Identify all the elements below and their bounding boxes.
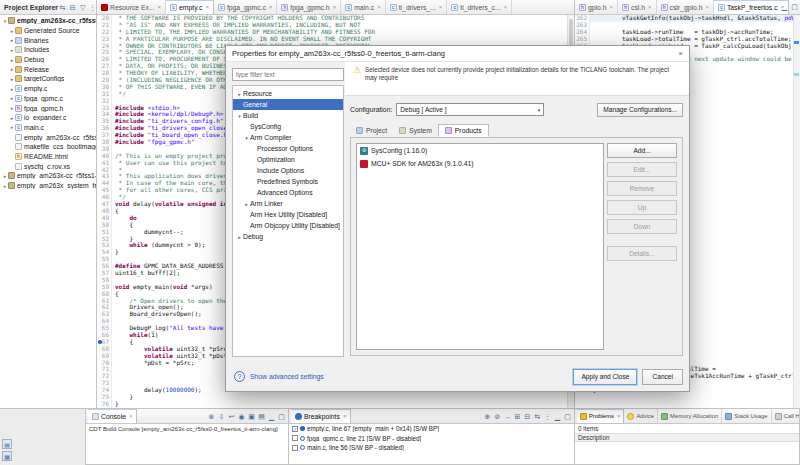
twisty-icon[interactable]: ▸ [236, 91, 243, 97]
tree-item-empty-am263x-system-freertos[interactable]: ▸empty_am263x_system_freertos [0, 181, 96, 191]
breakpoint-checkbox[interactable]: ✓ [292, 426, 298, 432]
close-tab-icon[interactable]: × [439, 4, 443, 10]
twisty-icon[interactable]: ▾ [243, 135, 250, 141]
tree-item-readme-html[interactable]: hREADME.html [0, 152, 96, 162]
filter-icon[interactable]: ▽ [78, 3, 87, 12]
link-with-debug-icon[interactable]: ⇆ [533, 412, 542, 421]
apply-and-close-button[interactable]: Apply and Close [573, 369, 637, 385]
settings-tree-item-sysconfig[interactable]: SysConfig [233, 121, 343, 132]
overview-annotation-mark[interactable] [794, 41, 799, 44]
scroll-lock-icon[interactable]: ⇩ [217, 412, 226, 421]
manage-configurations-button[interactable]: Manage Configurations... [597, 103, 683, 117]
tree-item-binaries[interactable]: ▸Binaries [0, 35, 96, 45]
tab-main-c[interactable]: cmain.c× [341, 0, 386, 14]
tab-csl-h[interactable]: hcsl.h× [618, 0, 657, 14]
close-tab-icon[interactable]: × [129, 413, 133, 419]
tab-fpga-gpmc-h[interactable]: hfpga_gpmc.h× [277, 0, 341, 14]
settings-tree-item-general[interactable]: General [233, 99, 343, 110]
product-row-mcu-sdk-for-am263x-9-1-0-41[interactable]: MCU+ SDK for AM263x (9.1.0.41) [357, 157, 603, 170]
maximize-panel-icon[interactable]: ▢ [563, 412, 572, 421]
tab-ti-drivers-c[interactable]: cti_drivers_c...× [447, 0, 512, 14]
dialog-tab-project[interactable]: Project [350, 124, 393, 137]
close-tab-icon[interactable]: × [205, 4, 209, 10]
tree-item-includes[interactable]: ▸Includes [0, 45, 96, 55]
settings-tree-item-resource[interactable]: ▸Resource [233, 88, 343, 99]
pin-console-icon[interactable]: ◉ [237, 412, 246, 421]
clear-console-icon[interactable]: ⊗ [207, 412, 216, 421]
close-tab-icon[interactable]: × [377, 4, 381, 10]
show-advanced-settings-link[interactable]: Show advanced settings [250, 373, 324, 380]
settings-tree-item-advanced-options[interactable]: Advanced Options [233, 187, 343, 198]
tree-item-targetconfigs[interactable]: ▸targetConfigs [0, 74, 96, 84]
cancel-button[interactable]: Cancel [642, 369, 683, 385]
tab-memory-allocation[interactable]: Memory Allocation [658, 409, 722, 423]
breakpoint-row[interactable]: ✓empty.c, line 67 (empty_main + 0x14) [S… [289, 424, 574, 434]
skip-all-breakpoints-icon[interactable]: ⊘ [493, 412, 502, 421]
twisty-icon[interactable]: ▸ [236, 234, 243, 240]
dialog-close-icon[interactable]: × [678, 49, 683, 58]
settings-tree-item-arm-hex-utility-disabled[interactable]: Arm Hex Utility [Disabled] [233, 209, 343, 220]
help-icon[interactable]: ? [234, 371, 245, 382]
tab-stack-usage[interactable]: Stack Usage [722, 409, 771, 423]
close-tab-icon[interactable]: × [504, 4, 508, 10]
tab-console[interactable]: Console × [88, 409, 137, 423]
minimize-panel-icon[interactable]: ▁ [553, 412, 562, 421]
maximize-editor-icon[interactable]: ▢ [790, 2, 799, 11]
close-tab-icon[interactable]: × [648, 4, 652, 10]
tab-taskp-freertos-c[interactable]: cTaskP_freertos.c× [714, 0, 789, 14]
dialog-tab-system[interactable]: System [393, 124, 438, 137]
settings-tree-item-arm-linker[interactable]: ▸Arm Linker [233, 198, 343, 209]
breakpoint-row[interactable]: fpga_gpmc.c, line 21 [S/W BP - disabled] [289, 434, 574, 444]
settings-tree-item-build[interactable]: ▾Build [233, 110, 343, 121]
twisty-icon[interactable]: ▾ [236, 113, 243, 119]
settings-tree-item-optimization[interactable]: Optimization [233, 154, 343, 165]
settings-tree-item-arm-objcopy-utility-disabled[interactable]: Arm Objcopy Utility [Disabled] [233, 220, 343, 231]
breakpoint-row[interactable]: main.c, line 56 [S/W BP - disabled] [289, 443, 574, 453]
tab-fpga-gpmc-c[interactable]: cfpga_gpmc.c× [214, 0, 277, 14]
expand-all-icon[interactable]: ⊞ [513, 412, 522, 421]
tree-item-fpga-gpmc-c[interactable]: ▸cfpga_gpmc.c [0, 94, 96, 104]
twisty-icon[interactable]: ▸ [243, 201, 250, 207]
filter-input[interactable] [232, 68, 344, 81]
product-row-sysconfig-1-16-0[interactable]: ⚙SysConfig (1.16.0) [357, 144, 603, 157]
tree-item-io-expander-c[interactable]: ▸cio_expander.c [0, 113, 96, 123]
tree-item-fpga-gpmc-h[interactable]: ▸hfpga_gpmc.h [0, 103, 96, 113]
close-tab-icon[interactable]: × [269, 4, 273, 10]
collapse-all-icon[interactable]: ⊟ [68, 3, 77, 12]
tab-ti-drivers[interactable]: cti_drivers_...× [386, 0, 448, 14]
minimize-editor-icon[interactable]: ▁ [780, 2, 789, 11]
restore-problems-view-icon[interactable]: ▦ [2, 451, 12, 461]
link-with-editor-icon[interactable]: ⇆ [58, 3, 67, 12]
tree-item-release[interactable]: ▸Release [0, 64, 96, 74]
tree-item-makefile-ccs-bootimage-gen[interactable]: makefile_ccs_bootimage_gen [0, 142, 96, 152]
tree-item-debug[interactable]: ▸Debug [0, 55, 96, 65]
tab-empty-c[interactable]: cempty.c× [166, 0, 214, 14]
breakpoint-marker[interactable] [98, 340, 102, 344]
right-editor-overview-ruler[interactable] [793, 15, 800, 408]
open-console-icon[interactable]: ▤ [257, 412, 266, 421]
configuration-select[interactable]: Debug [ Active ] ▾ [396, 103, 544, 116]
word-wrap-icon[interactable]: ↩ [227, 412, 236, 421]
tab-gpio-h[interactable]: hgpio.h× [575, 0, 618, 14]
tree-item-generated-source[interactable]: ▸Generated Source [0, 26, 96, 36]
overview-annotation-mark[interactable] [794, 73, 799, 76]
new-breakpoint-icon[interactable]: ⊕ [483, 412, 492, 421]
collapse-all-icon[interactable]: ⊟ [523, 412, 532, 421]
close-tab-icon[interactable]: × [158, 4, 162, 10]
tab-resource-ex[interactable]: Resource Ex...× [97, 0, 166, 14]
add-button[interactable]: Add... [607, 143, 677, 158]
settings-tree-item-include-options[interactable]: Include Options [233, 165, 343, 176]
tree-item-main-c[interactable]: ▸cmain.c [0, 123, 96, 133]
settings-tree-item-processor-options[interactable]: Processor Options [233, 143, 343, 154]
close-tab-icon[interactable]: × [333, 4, 337, 10]
view-menu-icon[interactable]: ⋮ [88, 3, 96, 12]
close-tab-icon[interactable]: × [343, 413, 347, 419]
maximize-panel-icon[interactable]: ▢ [277, 412, 286, 421]
settings-tree-item-arm-compiler[interactable]: ▾Arm Compiler [233, 132, 343, 143]
settings-tree-item-predefined-symbols[interactable]: Predefined Symbols [233, 176, 343, 187]
tree-item-empty-am263x-cc-r5fss1-0-freertos-ti-arm-clang[interactable]: ▸empty_am263x-cc_r5fss1-0_freertos_ti-ar… [0, 171, 96, 181]
tab-cslr-gpio-h[interactable]: hcslr_gpio.h× [657, 0, 714, 14]
tree-item-syscfg-c-rov-xs[interactable]: syscfg_c.rov.xs [0, 161, 96, 171]
settings-tree-item-debug[interactable]: ▸Debug [233, 231, 343, 242]
description-column-header[interactable]: Description [575, 433, 799, 442]
